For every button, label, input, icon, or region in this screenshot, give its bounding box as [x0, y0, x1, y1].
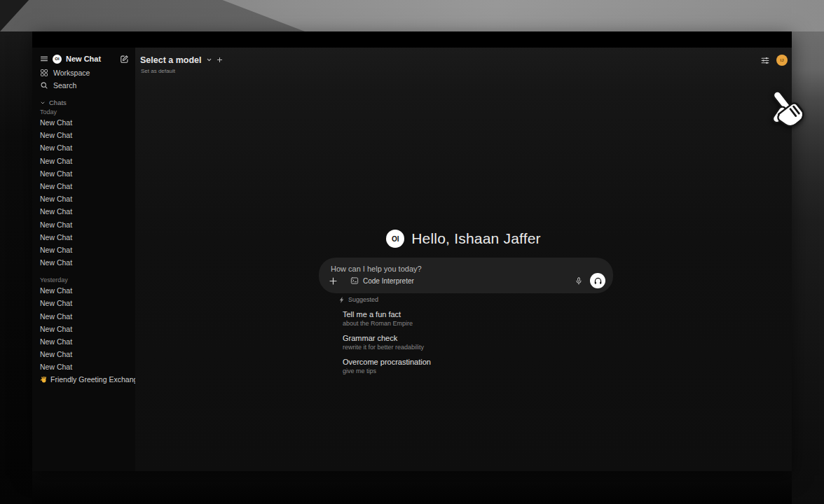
suggested-prompts: Suggested Tell me a fun fact about the R…	[339, 295, 431, 375]
chat-list-item[interactable]: New Chat	[32, 348, 135, 360]
headphones-icon	[593, 276, 603, 286]
search-icon	[40, 81, 48, 90]
chat-list-item[interactable]: New Chat	[32, 218, 135, 231]
attach-plus-icon[interactable]	[329, 276, 338, 286]
suggested-header: Suggested	[339, 295, 431, 304]
suggested-list: Tell me a fun fact about the Roman Empir…	[339, 310, 431, 375]
chat-list-item[interactable]: New Chat	[32, 244, 135, 256]
sidebar-item-label: Search	[53, 81, 76, 90]
wallpaper-triangle-shape	[0, 0, 824, 31]
suggested-prompt[interactable]: Overcome procrastination give me tips	[343, 358, 431, 375]
chat-list-item[interactable]: New Chat	[32, 141, 135, 154]
window-top-strip	[32, 31, 792, 48]
chevron-down-icon	[206, 57, 212, 63]
suggested-prompt-title: Tell me a fun fact	[343, 310, 431, 319]
chat-list-item[interactable]: New Chat	[32, 310, 135, 323]
desktop-wallpaper-left	[0, 31, 32, 504]
set-default-link[interactable]: Set as default	[141, 68, 175, 74]
greeting-block: OI Hello, Ishaan Jaffer	[135, 230, 792, 248]
voice-call-button[interactable]	[590, 273, 605, 288]
chat-list-item[interactable]: New Chat	[32, 167, 135, 180]
suggested-prompt-title: Grammar check	[343, 334, 431, 343]
code-interpreter-toggle[interactable]: Code Interpreter	[350, 276, 414, 285]
sidebar-item-workspace[interactable]: Workspace	[40, 66, 128, 79]
new-chat-icon[interactable]	[120, 55, 129, 64]
desktop-wallpaper-top	[0, 0, 824, 31]
bolt-icon	[339, 297, 345, 303]
app-logo-large: OI	[386, 230, 404, 248]
chats-section-label: Chats	[49, 99, 67, 106]
chat-list-item[interactable]: New Chat	[32, 284, 135, 297]
settings-sliders-icon[interactable]	[760, 56, 770, 65]
suggested-prompt[interactable]: Grammar check rewrite it for better read…	[343, 334, 431, 351]
add-model-icon[interactable]	[217, 57, 223, 63]
model-selector[interactable]: Select a model	[140, 54, 223, 66]
sidebar-title: New Chat	[66, 55, 116, 63]
suggested-prompt[interactable]: Tell me a fun fact about the Roman Empir…	[343, 310, 431, 328]
sidebar: OI New Chat Workspace Search Chats Today…	[32, 48, 135, 471]
avatar-initials: IJ	[780, 58, 783, 62]
greeting-text: Hello, Ishaan Jaffer	[411, 230, 541, 247]
main-area: Select a model Set as default IJ OI Hell…	[135, 48, 792, 471]
chevron-down-icon	[40, 100, 46, 106]
chat-list-item[interactable]: New Chat	[32, 360, 135, 373]
chat-list-item[interactable]: New Chat	[32, 335, 135, 348]
suggested-prompt-subtitle: about the Roman Empire	[343, 320, 431, 328]
chat-list-item[interactable]: New Chat	[32, 256, 135, 269]
chat-list-item-greeting-exchange[interactable]: Friendly Greeting Exchange	[32, 374, 135, 386]
app-window: OI New Chat Workspace Search Chats Today…	[32, 31, 792, 471]
chat-list-today: New ChatNew ChatNew ChatNew ChatNew Chat…	[32, 116, 135, 269]
microphone-icon[interactable]	[575, 276, 583, 286]
desktop-wallpaper-right	[792, 31, 824, 504]
chat-list-item[interactable]: New Chat	[32, 116, 135, 129]
message-input[interactable]: How can I help you today?	[331, 265, 601, 273]
chat-group-label-today: Today	[40, 108, 128, 116]
chat-list-item-label: Friendly Greeting Exchange	[50, 375, 135, 384]
suggested-prompt-subtitle: rewrite it for better readability	[343, 344, 431, 351]
chat-list-item[interactable]: New Chat	[32, 129, 135, 141]
menu-icon[interactable]	[40, 55, 48, 63]
sidebar-item-search[interactable]: Search	[40, 79, 128, 92]
chat-list-item[interactable]: New Chat	[32, 180, 135, 192]
user-avatar[interactable]: IJ	[776, 55, 788, 66]
waving-hand-emoji	[40, 376, 48, 384]
message-composer[interactable]: How can I help you today? Code Interpret…	[319, 258, 613, 293]
chat-list-item[interactable]: New Chat	[32, 231, 135, 244]
app-logo: OI	[53, 55, 62, 64]
chat-list-item[interactable]: New Chat	[32, 155, 135, 167]
chat-list-item[interactable]: New Chat	[32, 205, 135, 218]
chat-list-item[interactable]: New Chat	[32, 323, 135, 335]
chat-list-yesterday: New ChatNew ChatNew ChatNew ChatNew Chat…	[32, 284, 135, 373]
model-selector-label: Select a model	[140, 55, 202, 65]
app-logo-text: OI	[392, 235, 399, 243]
suggested-label: Suggested	[348, 296, 378, 303]
composer-toolbar: Code Interpreter	[329, 273, 605, 288]
sidebar-item-label: Workspace	[53, 69, 90, 77]
app-logo-text: OI	[55, 57, 60, 61]
suggested-prompt-title: Overcome procrastination	[343, 358, 431, 367]
chats-section-header[interactable]: Chats	[40, 98, 128, 107]
workspace-icon	[40, 69, 48, 77]
sidebar-header: OI New Chat	[40, 53, 129, 64]
desktop-wallpaper-bottom	[32, 471, 792, 504]
chat-list-item[interactable]: New Chat	[32, 192, 135, 205]
code-interpreter-icon	[350, 276, 359, 285]
suggested-prompt-subtitle: give me tips	[343, 368, 431, 375]
chat-group-label-yesterday: Yesterday	[40, 276, 128, 284]
topbar-right-controls: IJ	[760, 54, 788, 66]
chat-list-item[interactable]: New Chat	[32, 297, 135, 309]
code-interpreter-label: Code Interpreter	[363, 277, 414, 285]
